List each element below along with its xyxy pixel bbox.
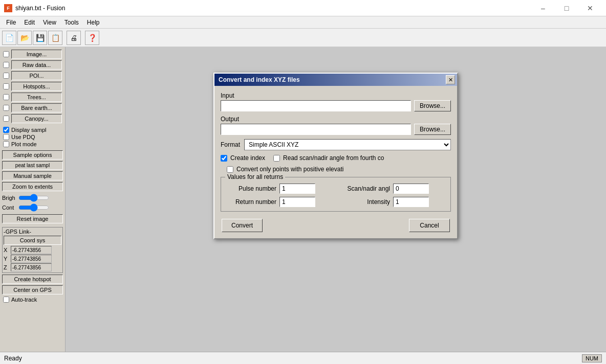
dialog-buttons: Convert Cancel (221, 219, 451, 232)
hotspots-button[interactable]: Hotspots... (11, 82, 62, 91)
bare-earth-checkbox[interactable] (3, 105, 9, 111)
sidebar-item-canopy[interactable]: Canopy... (2, 113, 63, 124)
scan-nadir-label: Scan/nadir angl (339, 185, 390, 192)
sample-options-button[interactable]: Sample options (2, 150, 63, 160)
status-bar: Ready NUM (0, 352, 606, 364)
coord-sys-button[interactable]: Coord sys (4, 236, 61, 245)
bright-label: Brigh (2, 195, 17, 201)
zoom-to-extents-button[interactable]: Zoom to extents (2, 182, 63, 191)
menu-tools[interactable]: Tools (60, 18, 83, 27)
title-bar: F shiyan.txt - Fusion – □ ✕ (0, 0, 606, 16)
output-field[interactable] (221, 124, 411, 135)
create-index-checkbox[interactable] (221, 155, 227, 162)
reset-image-button[interactable]: Reset image (2, 214, 63, 223)
format-row: Format Simple ASCII XYZ Binary LAS (221, 139, 451, 150)
sidebar-auto-track[interactable]: Auto-track (2, 296, 63, 303)
sidebar-plot-mode[interactable]: Plot mode (2, 141, 63, 148)
canopy-button[interactable]: Canopy... (11, 114, 62, 123)
toolbar-open[interactable]: 📂 (17, 31, 32, 45)
manual-sample-button[interactable]: Manual sample (2, 171, 63, 180)
toolbar-help[interactable]: ❓ (85, 31, 99, 45)
sidebar-item-hotspots[interactable]: Hotspots... (2, 81, 63, 92)
app-title: shiyan.txt - Fusion (15, 5, 65, 12)
menu-file[interactable]: File (2, 18, 20, 27)
output-browse-button[interactable]: Browse... (414, 124, 451, 135)
sidebar-item-poi[interactable]: POI... (2, 71, 63, 81)
convert-only-checkbox[interactable] (227, 166, 233, 173)
gps-title: -GPS Link- (4, 229, 61, 235)
menu-bar: File Edit View Tools Help (0, 16, 606, 29)
maximize-button[interactable]: □ (555, 0, 578, 16)
return-number-label: Return number (225, 198, 276, 206)
input-browse-button[interactable]: Browse... (414, 100, 451, 111)
display-sampl-checkbox[interactable] (3, 127, 9, 133)
scan-nadir-row: Scan/nadir angl (339, 184, 446, 194)
intensity-label: Intensity (339, 198, 390, 206)
z-label: Z (4, 264, 10, 270)
convert-dialog: Convert and index XYZ files ✕ Input Brow… (213, 73, 458, 239)
sidebar-display-sampl[interactable]: Display sampl (2, 126, 63, 133)
return-number-input[interactable] (279, 197, 315, 207)
create-hotspot-button[interactable]: Create hotspot (2, 275, 63, 284)
pulse-number-label: Pulse number (225, 185, 276, 192)
z-coord-input[interactable] (11, 263, 52, 271)
format-select[interactable]: Simple ASCII XYZ Binary LAS (244, 139, 451, 150)
dialog-close-button[interactable]: ✕ (446, 75, 455, 84)
read-scan-checkbox[interactable] (273, 155, 280, 162)
raw-data-checkbox[interactable] (3, 62, 9, 68)
pulse-number-input[interactable] (279, 184, 315, 194)
gps-section: -GPS Link- Coord sys X Y Z (2, 227, 63, 273)
toolbar-copy[interactable]: 📋 (48, 31, 62, 45)
minimize-button[interactable]: – (531, 0, 555, 16)
content-area: Convert and index XYZ files ✕ Input Brow… (66, 47, 606, 352)
app-icon: F (4, 4, 12, 12)
trees-button[interactable]: Trees... (11, 93, 62, 102)
output-row: Output Browse... (221, 116, 451, 135)
repeat-last-sample-button[interactable]: peat last sampl (2, 161, 63, 170)
cancel-button[interactable]: Cancel (409, 219, 450, 232)
app-close-button[interactable]: ✕ (578, 0, 602, 16)
sidebar-item-bare-earth[interactable]: Bare earth... (2, 103, 63, 113)
sidebar-item-trees[interactable]: Trees... (2, 92, 63, 102)
menu-edit[interactable]: Edit (20, 18, 39, 27)
raw-data-button[interactable]: Raw data... (11, 60, 62, 70)
poi-checkbox[interactable] (3, 73, 9, 79)
plot-mode-checkbox[interactable] (3, 141, 9, 147)
menu-help[interactable]: Help (83, 18, 104, 27)
use-pdq-checkbox[interactable] (3, 134, 9, 140)
create-index-label: Create index (230, 154, 265, 162)
sidebar-use-pdq[interactable]: Use PDQ (2, 133, 63, 141)
scan-nadir-input[interactable] (393, 184, 429, 194)
create-index-row: Create index (221, 154, 265, 162)
image-button[interactable]: Image... (11, 50, 62, 59)
sidebar-item-raw-data[interactable]: Raw data... (2, 60, 63, 70)
auto-track-checkbox[interactable] (3, 297, 9, 303)
trees-checkbox[interactable] (3, 94, 9, 100)
input-field[interactable] (221, 100, 411, 111)
bright-slider[interactable] (18, 194, 49, 202)
intensity-row: Intensity (339, 197, 446, 207)
dialog-overlay: Convert and index XYZ files ✕ Input Brow… (66, 47, 606, 352)
y-coord-input[interactable] (11, 255, 52, 263)
image-checkbox[interactable] (3, 51, 9, 57)
poi-button[interactable]: POI... (11, 71, 62, 80)
y-label: Y (4, 256, 10, 262)
hotspots-checkbox[interactable] (3, 83, 9, 89)
convert-button[interactable]: Convert (222, 219, 263, 232)
sidebar-item-image[interactable]: Image... (2, 49, 63, 59)
convert-only-label: Convert only points with positive elevat… (236, 166, 343, 173)
read-scan-label: Read scan/nadir angle from fourth co (283, 154, 384, 162)
center-on-gps-button[interactable]: Center on GPS (2, 285, 63, 294)
output-label: Output (221, 116, 451, 123)
x-coord-input[interactable] (11, 246, 52, 254)
dialog-title: Convert and index XYZ files (219, 76, 300, 83)
canopy-checkbox[interactable] (3, 116, 9, 122)
toolbar-print[interactable]: 🖨 (67, 31, 81, 45)
cont-slider[interactable] (18, 203, 49, 212)
input-label: Input (221, 92, 451, 99)
toolbar-save[interactable]: 💾 (33, 31, 47, 45)
menu-view[interactable]: View (39, 18, 60, 27)
toolbar-new[interactable]: 📄 (2, 31, 16, 45)
bare-earth-button[interactable]: Bare earth... (11, 103, 62, 112)
intensity-input[interactable] (393, 197, 429, 207)
